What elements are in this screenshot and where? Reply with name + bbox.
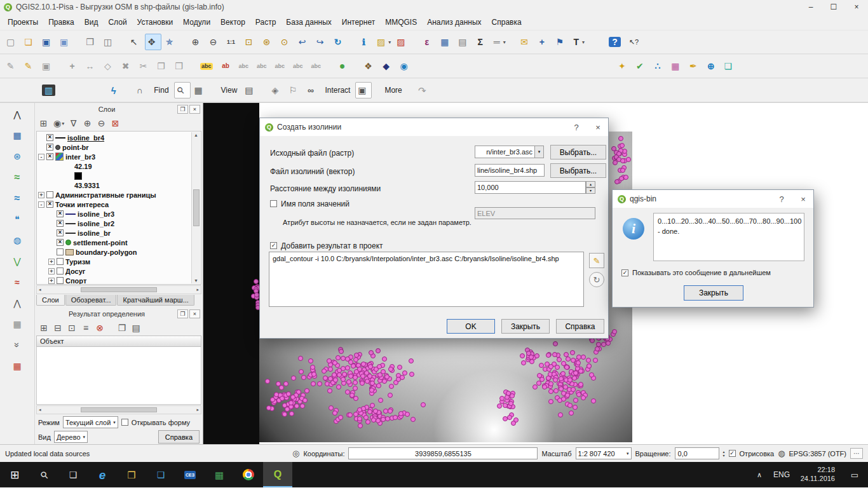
globe-marker-icon[interactable]: ⊛ (9, 148, 25, 165)
start-button[interactable]: ⊞ (0, 462, 29, 487)
find-search-icon[interactable]: ⚲ (174, 82, 191, 98)
layer-checkbox[interactable]: × (46, 144, 53, 151)
minimize-button[interactable]: – (799, 0, 822, 14)
expand-tree-icon[interactable]: ⊞ (37, 322, 50, 334)
check-plugin-icon[interactable]: ✔ (633, 58, 649, 74)
menu-item[interactable]: Справка (487, 16, 527, 29)
add-group-icon[interactable]: ⊞ (37, 117, 50, 130)
app-window-icon[interactable]: ❏ (146, 462, 175, 487)
statistics-icon[interactable]: Σ (473, 34, 490, 50)
lock-icon[interactable]: ∩ (133, 82, 149, 98)
group-row-sport[interactable]: + Спорт (38, 276, 191, 285)
layer-row-isoline_br2[interactable]: × isoline_br2 (38, 219, 191, 228)
legend-value-min[interactable]: 42.19 (38, 161, 191, 171)
pan-map-icon[interactable]: ✥ (145, 34, 161, 50)
mode-select[interactable]: Текущий слой▾ (63, 416, 118, 428)
menu-item[interactable]: MMQGIS (380, 16, 422, 29)
label-unpin-icon[interactable]: abc (255, 58, 272, 74)
layer-checkbox[interactable]: × (57, 210, 64, 217)
scroll-down-icon[interactable]: ▼ (194, 278, 198, 283)
menu-item[interactable]: Вид (79, 16, 104, 29)
zigzag-plugin-icon[interactable]: ϟ (107, 82, 123, 98)
print-result-icon[interactable]: ▤ (130, 322, 142, 334)
more-label[interactable]: More (381, 82, 405, 98)
scrollbar-thumb[interactable] (81, 287, 157, 292)
globe-ring-plugin-icon[interactable]: ◉ (397, 58, 414, 74)
layer-checkbox[interactable] (57, 268, 64, 274)
monitor-plugin-icon[interactable]: ▥ (40, 82, 60, 98)
scroll-right-icon[interactable]: ▸ (196, 287, 199, 292)
taskbar-clock[interactable]: 22:18 24.11.2016 (794, 466, 841, 484)
output-browse-button[interactable]: Выбрать... (550, 163, 606, 178)
group-row-poi[interactable]: - × Точки интереса (38, 200, 191, 209)
search-button[interactable]: ⚲ (29, 462, 58, 487)
coordinate-tracker-icon[interactable]: ◎ (292, 449, 299, 458)
dialog-close-icon[interactable]: × (589, 120, 607, 134)
layer-row-isoline_br3[interactable]: × isoline_br3 (38, 209, 191, 219)
layers-plugin-icon[interactable]: ❏ (722, 58, 864, 74)
dialog-help-icon[interactable]: ? (773, 192, 790, 206)
interval-spin-buttons[interactable]: ▴ ▾ (586, 181, 595, 194)
osm-plugin-icon[interactable]: ● (336, 58, 352, 74)
expand-all-icon[interactable]: ⊕ (81, 117, 94, 130)
field-calculator-icon[interactable]: ▤ (456, 34, 472, 50)
chrome-icon[interactable] (234, 462, 263, 487)
link-icon[interactable]: ∞ (304, 82, 320, 98)
colorful-grid-icon[interactable]: ▦ (9, 358, 25, 374)
scrollbar-thumb[interactable] (193, 189, 200, 226)
scroll-left-icon[interactable]: ◂ (39, 287, 41, 292)
zoom-out-icon[interactable]: ⊖ (207, 34, 223, 50)
expander-icon[interactable] (57, 163, 64, 170)
expander-icon[interactable] (57, 173, 64, 179)
ok-button[interactable]: OK (447, 319, 495, 334)
scale-select[interactable]: 1:2 807 420▾ (576, 447, 632, 459)
help-button[interactable]: Справка (556, 319, 604, 334)
chevron-down-icon[interactable]: ▾ (534, 146, 544, 158)
add-feature-icon[interactable]: + (65, 58, 82, 74)
find-label[interactable]: Find (151, 82, 172, 98)
collapse-tree-icon[interactable]: ⊟ (51, 322, 64, 334)
task-view-button[interactable]: ❏ (58, 462, 88, 487)
expander-icon[interactable] (48, 230, 55, 236)
scroll-more-icon[interactable]: » (9, 337, 25, 353)
menu-item[interactable]: Проекты (3, 16, 43, 29)
toggle-editing-icon[interactable]: ✎ (22, 58, 38, 74)
zoom-to-layer-icon[interactable]: ⊙ (278, 34, 294, 50)
menu-item[interactable]: База данных (281, 16, 336, 29)
layer-row-inter_br3[interactable]: - × inter_br3 (38, 152, 191, 161)
new-composer-icon[interactable]: ❒ (83, 34, 100, 50)
view-select[interactable]: Дерево▾ (54, 431, 88, 443)
layer-checkbox[interactable]: × (46, 153, 53, 160)
save-edits-icon[interactable]: ▣ (39, 58, 56, 74)
attribute-table-icon[interactable]: ▦ (438, 34, 454, 50)
label-ab-icon[interactable]: ab (219, 58, 236, 74)
layers-horizontal-scrollbar[interactable]: ◂ ▸ (36, 285, 201, 294)
dialog-close-icon[interactable]: × (794, 192, 812, 206)
expander-icon[interactable] (48, 220, 55, 227)
identify-help-button[interactable]: Справка (158, 430, 200, 444)
notification-center-icon[interactable]: ▭ (841, 470, 868, 480)
project-new-icon[interactable]: ▢ (4, 34, 20, 50)
layer-row-point-br[interactable]: × point-br (38, 142, 191, 152)
paste-features-icon[interactable]: ❒ (172, 58, 189, 74)
edit-command-button[interactable]: ✎ (589, 253, 604, 268)
group-row-admin-borders[interactable]: + Административные границы (38, 190, 191, 200)
crs-globe-icon[interactable]: ◍ (778, 449, 785, 458)
label-pin-icon[interactable]: abc (237, 58, 254, 74)
screen-icon[interactable]: ▤ (242, 82, 259, 98)
deselect-icon[interactable]: ▨ (394, 34, 410, 50)
measure-icon[interactable]: ═▾ (491, 34, 508, 50)
panel-float-icon[interactable]: ❐ (177, 309, 188, 318)
identify-column-header[interactable]: Объект (36, 336, 201, 347)
show-message-checkbox[interactable]: ✓ (621, 269, 628, 276)
map-tips-icon[interactable]: ✉ (517, 34, 534, 50)
diamond-point-icon[interactable]: ◈ (268, 82, 285, 98)
cubes-plugin-icon[interactable]: ❖ (362, 58, 378, 74)
rotation-spin-down-icon[interactable]: ▾ (723, 454, 725, 458)
new-bookmark-icon[interactable]: + (535, 34, 552, 50)
zoom-in-icon[interactable]: ⊕ (189, 34, 205, 50)
comment-icon[interactable]: ❝ (9, 211, 25, 227)
blue-grid-icon[interactable]: ▦ (9, 127, 25, 144)
panel-float-icon[interactable]: ❐ (177, 105, 188, 114)
scroll-right-icon[interactable]: ▸ (196, 407, 199, 412)
